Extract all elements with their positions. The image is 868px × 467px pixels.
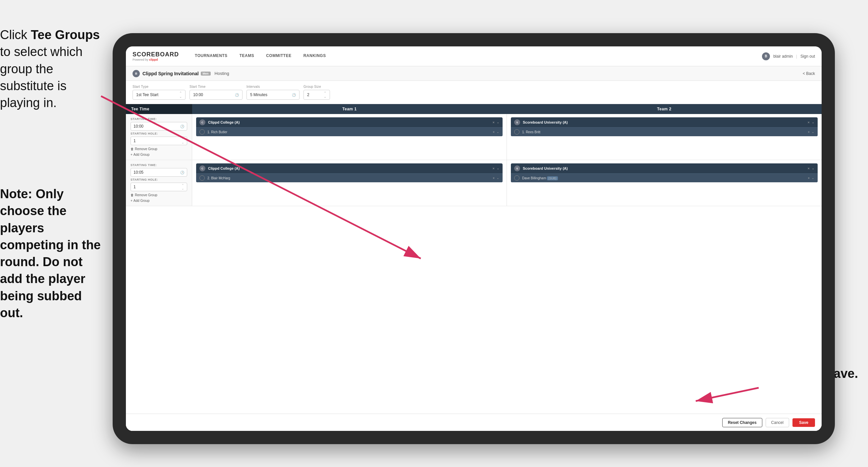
tee-group-1-team2-player1-name: 1. Rees Britt [522, 130, 805, 134]
tee-group-1-team1-header: C Clippd College (A) × ⌄ [196, 117, 503, 127]
tee-group-1-team2-expand-icon[interactable]: ⌄ [812, 120, 814, 124]
tee-group-2-time-input[interactable]: 10:05 🕐 [130, 168, 187, 177]
tee-group-2-team2-player1-badge [514, 175, 520, 181]
tee-group-1-team1-player1-badge [199, 129, 205, 135]
nav-links: TOURNAMENTS TEAMS COMMITTEE RANKINGS [189, 47, 762, 66]
tee-group-1-left: STARTING TIME: 10:00 🕐 STARTING HOLE: 1 … [126, 114, 192, 160]
config-group-size-spinner: ⌃⌄ [324, 91, 326, 98]
tee-group-2-team2-player1-expand[interactable]: ⌄ [812, 176, 814, 180]
reset-changes-button[interactable]: Reset Changes [722, 418, 762, 427]
nav-teams[interactable]: TEAMS [234, 47, 260, 66]
tee-group-2-team1-player1-badge [199, 175, 205, 181]
tee-group-1-team1-expand-icon[interactable]: ⌄ [497, 120, 499, 124]
sub-header: B Clippd Spring Invitational Men Hosting… [126, 66, 822, 81]
config-start-type-input[interactable]: 1st Tee Start ⌃⌄ [132, 90, 186, 100]
tee-group-2-team1-actions: × ⌄ [493, 166, 499, 170]
tee-group-1-team2-player1-badge [514, 129, 520, 135]
config-start-time-value: 10:00 [193, 92, 203, 97]
nav-rankings[interactable]: RANKINGS [298, 47, 332, 66]
tee-group-1-remove[interactable]: 🗑 Remove Group [130, 147, 187, 151]
tee-group-1-team1-card[interactable]: C Clippd College (A) × ⌄ 1. [196, 117, 503, 136]
tee-group-2-team1: C Clippd College (A) × ⌄ 2. [192, 160, 507, 206]
th-team1: Team 1 [192, 104, 507, 114]
tee-group-1-time-clock: 🕐 [180, 125, 184, 128]
tee-group-1-team1-name: Clippd College (A) [208, 120, 490, 124]
tee-group-row: STARTING TIME: 10:00 🕐 STARTING HOLE: 1 … [126, 114, 822, 160]
tee-group-2-left: STARTING TIME: 10:05 🕐 STARTING HOLE: 1 … [126, 160, 192, 206]
tee-group-2-remove[interactable]: 🗑 Remove Group [130, 193, 187, 197]
bottom-bar: Reset Changes Cancel Save [126, 414, 822, 431]
tee-group-2-time-value: 10:05 [133, 170, 144, 175]
nav-bar: SCOREBOARD Powered by clippd TOURNAMENTS… [126, 47, 822, 66]
table-header: Tee Time Team 1 Team 2 [126, 104, 822, 114]
nav-right: B blair admin | Sign out [762, 52, 815, 60]
tee-group-1-add[interactable]: + Add Group [130, 153, 187, 156]
tee-group-2-team2: S Scoreboard University (A) × ⌄ [507, 160, 822, 206]
tee-group-2-team1-player1: 2. Blair McHarg × ⌄ [196, 173, 503, 182]
tee-group-2-team2-player1-actions: × ⌄ [808, 176, 814, 180]
logo-area: SCOREBOARD Powered by clippd [132, 51, 179, 61]
tee-group-2-team2-header: S Scoreboard University (A) × ⌄ [511, 164, 818, 173]
sub-header-title: Clippd Spring Invitational [143, 71, 199, 76]
tee-group-2-team1-card[interactable]: C Clippd College (A) × ⌄ 2. [196, 164, 503, 182]
config-start-type-spinner: ⌃⌄ [179, 91, 182, 98]
tee-group-2-team1-player1-name: 2. Blair McHarg [207, 176, 490, 180]
config-intervals-input[interactable]: 5 Minutes 🕐 [247, 90, 300, 100]
tee-group-1-hole-input[interactable]: 1 ⌃⌄ [130, 137, 187, 145]
config-intervals-value: 5 Minutes [250, 92, 267, 97]
tee-group-2-row: STARTING TIME: 10:05 🕐 STARTING HOLE: 1 … [126, 160, 822, 206]
tee-group-2-team2-player1: Dave Billingham (SUB) × ⌄ [511, 173, 818, 182]
tee-group-2-team2-player1-remove[interactable]: × [808, 176, 810, 180]
sign-out-link[interactable]: Sign out [800, 54, 815, 59]
main-content: Start Type 1st Tee Start ⌃⌄ Start Time 1… [126, 81, 822, 431]
tee-group-1-team2-player1-expand[interactable]: ⌄ [812, 130, 814, 134]
tee-group-2-team2-remove-icon[interactable]: × [808, 166, 810, 170]
tee-group-2-team1-badge: C [199, 166, 206, 171]
note-text: Note: Only choose the players competing … [0, 185, 103, 321]
tee-group-1-team1-player1-remove[interactable]: × [493, 130, 495, 134]
tee-group-1-time-label: STARTING TIME: [130, 117, 187, 121]
tee-group-2-hole-input[interactable]: 1 ⌃⌄ [130, 183, 187, 191]
note-prefix: Note: Only choose the players competing … [0, 187, 101, 320]
tee-group-2-add[interactable]: + Add Group [130, 199, 187, 203]
config-intervals-label: Intervals [247, 85, 300, 88]
tee-group-1-time-input[interactable]: 10:00 🕐 [130, 122, 187, 130]
sub-header-hosting: Hosting [215, 71, 229, 76]
tee-group-2-team1-player1-expand[interactable]: ⌄ [497, 176, 499, 180]
config-start-time: Start Time 10:00 🕐 [189, 85, 243, 100]
config-start-time-input[interactable]: 10:00 🕐 [189, 90, 243, 100]
tee-group-1-team1-player1-expand[interactable]: ⌄ [497, 130, 499, 134]
tee-group-1-team1: C Clippd College (A) × ⌄ 1. [192, 114, 507, 160]
config-intervals-spinner: 🕐 [292, 93, 296, 97]
config-start-type-value: 1st Tee Start [136, 92, 158, 97]
tee-group-1-team2-header: S Scoreboard University (A) × ⌄ [511, 117, 818, 127]
config-start-time-label: Start Time [189, 85, 243, 88]
instruction-main-suffix: to select which group the substitute is … [0, 45, 83, 110]
tee-group-1-team2-card[interactable]: S Scoreboard University (A) × ⌄ [511, 117, 818, 136]
nav-tournaments[interactable]: TOURNAMENTS [189, 47, 234, 66]
tee-group-2-team1-expand-icon[interactable]: ⌄ [497, 166, 499, 170]
nav-committee[interactable]: COMMITTEE [260, 47, 298, 66]
tee-group-1-team2-actions: × ⌄ [808, 120, 814, 124]
cancel-button[interactable]: Cancel [766, 418, 789, 427]
tee-group-2-hole-value: 1 [133, 185, 136, 189]
tee-group-2-hole-spinner: ⌃⌄ [182, 184, 184, 190]
tee-group-1-team2-badge: S [514, 119, 520, 125]
config-intervals: Intervals 5 Minutes 🕐 [247, 85, 300, 100]
tee-group-2-team2-card[interactable]: S Scoreboard University (A) × ⌄ [511, 164, 818, 182]
tee-group-1-team1-remove-icon[interactable]: × [493, 120, 495, 124]
tee-groups-scroll: STARTING TIME: 10:00 🕐 STARTING HOLE: 1 … [126, 114, 822, 414]
save-button[interactable]: Save [793, 418, 815, 427]
tee-group-1-time-value: 10:00 [133, 124, 144, 128]
tee-group-1-team2-remove-icon[interactable]: × [808, 120, 810, 124]
tee-group-1-team2-player1-remove[interactable]: × [808, 130, 810, 134]
sub-header-back[interactable]: < Back [803, 71, 815, 76]
config-group-size-input[interactable]: 2 ⌃⌄ [304, 90, 330, 100]
nav-divider: | [796, 54, 797, 59]
tee-group-1-hole-spinner: ⌃⌄ [182, 138, 184, 144]
tee-group-2-team1-remove-icon[interactable]: × [493, 166, 495, 170]
th-tee-time: Tee Time [126, 104, 192, 114]
tee-group-2-team2-expand-icon[interactable]: ⌄ [812, 166, 814, 170]
tee-group-2-team1-player1-remove[interactable]: × [493, 176, 495, 180]
logo-powered: Powered by clippd [132, 58, 179, 61]
